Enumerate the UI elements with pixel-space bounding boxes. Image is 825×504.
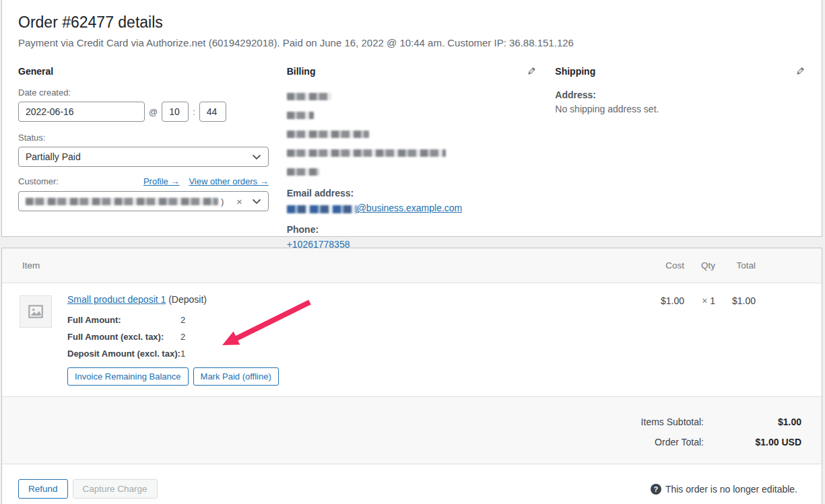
product-thumbnail [20,295,52,328]
order-not-editable-notice: ? This order is no longer editable. [651,484,797,495]
status-label: Status: [18,133,269,143]
date-at-separator: @ [149,107,158,117]
profile-link[interactable]: Profile → [143,176,179,186]
mark-paid-offline-button[interactable]: Mark Paid (offline) [193,367,279,386]
item-cost: $1.00 [624,295,684,306]
shipping-section: Shipping Address: No shipping address se… [555,66,805,250]
page-title: Order #62477 details [18,13,805,32]
clear-selection-icon[interactable]: × [236,196,242,207]
order-item-row: Small product deposit 1 (Deposit) Full A… [2,283,822,397]
redacted-email-prefix [287,205,357,213]
billing-email-link[interactable]: @business.example.com [357,203,463,213]
redacted-billing-address [287,89,537,177]
meta-full-amount: Full Amount: 2 [67,312,279,328]
order-totals: Items Subtotal: $1.00 Order Total: $1.00… [2,397,822,464]
status-selected-value: Partially Paid [26,151,81,162]
customer-label: Customer: [18,176,59,186]
status-select[interactable]: Partially Paid [18,147,269,167]
shipping-address-value: No shipping address set. [555,104,805,114]
help-icon: ? [651,484,661,495]
order-payment-meta: Payment via Credit Card via Authorize.ne… [18,37,805,48]
edit-billing-button[interactable] [527,66,537,77]
invoice-remaining-balance-button[interactable]: Invoice Remaining Balance [67,367,189,386]
image-placeholder-icon [27,303,44,320]
product-link[interactable]: Small product deposit 1 [67,294,166,305]
customer-name-tail: ) [221,196,224,207]
date-created-input[interactable] [18,102,145,122]
time-colon-separator: : [193,107,195,117]
shipping-heading: Shipping [555,66,595,77]
column-item: Item [22,260,40,271]
column-total: Total [715,260,756,271]
items-table-header: Item Cost Qty Total [2,248,822,283]
order-actions-row: Refund Capture Charge ? This order is no… [2,464,822,499]
column-cost: Cost [624,260,684,271]
refund-button[interactable]: Refund [18,479,68,499]
billing-section: Billing Email address: @business.example… [287,66,537,250]
chevron-down-icon [252,199,261,205]
chevron-down-icon [252,154,261,160]
product-name-suffix: (Deposit) [166,294,207,305]
capture-charge-button[interactable]: Capture Charge [73,479,158,499]
minute-input[interactable] [199,102,226,122]
edit-shipping-button[interactable] [795,66,805,77]
date-created-label: Date created: [18,87,269,98]
general-section: General Date created: @ : Status: Partia… [18,66,269,250]
order-total-row: Order Total: $1.00 USD [2,432,801,452]
customer-select[interactable]: ) × [18,191,269,211]
pencil-icon [795,66,805,76]
hour-input[interactable] [162,102,189,122]
item-qty: × 1 [684,295,715,306]
billing-heading: Billing [287,66,316,77]
email-address-label: Email address: [287,188,537,199]
order-data-panel: Order #62477 details Payment via Credit … [1,0,822,237]
notice-text: This order is no longer editable. [665,484,797,495]
view-other-orders-link[interactable]: View other orders → [189,176,268,186]
redacted-customer-name [26,198,218,205]
phone-label: Phone: [287,224,537,235]
item-meta: Full Amount: 2 Full Amount (excl. tax): … [67,312,279,362]
item-total: $1.00 [715,295,756,306]
column-qty: Qty [684,260,715,271]
pencil-icon [527,66,537,76]
order-items-panel: Item Cost Qty Total Small product deposi… [1,248,822,504]
general-heading: General [18,66,269,77]
items-subtotal-row: Items Subtotal: $1.00 [2,412,801,432]
meta-deposit-amount-excl-tax: Deposit Amount (excl. tax): 1 [67,345,279,362]
meta-full-amount-excl-tax: Full Amount (excl. tax): 2 [67,328,279,345]
shipping-address-label: Address: [555,89,805,100]
